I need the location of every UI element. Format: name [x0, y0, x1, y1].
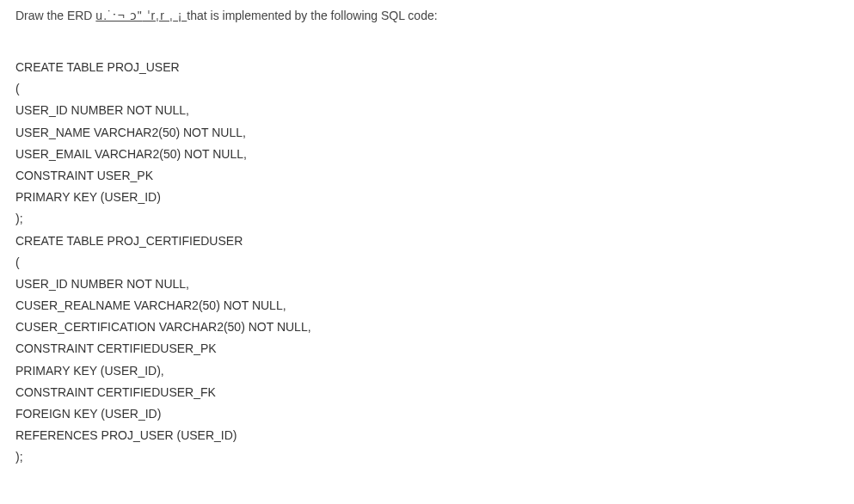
code-line: CONSTRAINT CERTIFIEDUSER_PK — [15, 338, 839, 360]
code-line: ( — [15, 252, 839, 274]
code-line: CUSER_REALNAME VARCHAR2(50) NOT NULL, — [15, 295, 839, 317]
code-line: USER_EMAIL VARCHAR2(50) NOT NULL, — [15, 144, 839, 165]
code-line: PRIMARY KEY (USER_ID) — [15, 187, 839, 208]
code-line: FOREIGN KEY (USER_ID) — [15, 403, 839, 425]
question-garbled-1: u.˙ˑ¬ ɔ" — [95, 9, 142, 22]
code-line: REFERENCES PROJ_USER (USER_ID) — [15, 425, 839, 446]
code-line: CREATE TABLE PROJ_CERTIFIEDUSER — [15, 230, 839, 252]
code-line: USER_NAME VARCHAR2(50) NOT NULL, — [15, 122, 839, 144]
code-line: CUSER_CERTIFICATION VARCHAR2(50) NOT NUL… — [15, 317, 839, 338]
code-line: USER_ID NUMBER NOT NULL, — [15, 274, 839, 295]
question-garbled-2: ˈrˌr ˌ — [143, 9, 174, 22]
question-text-part2: that is implemented by the following SQL… — [187, 9, 437, 22]
question-prompt: Draw the ERD u.˙ˑ¬ ɔ" ˈrˌr ˌ ¡ that is i… — [15, 9, 839, 22]
code-line: ); — [15, 446, 839, 468]
code-line: USER_ID NUMBER NOT NULL, — [15, 100, 839, 121]
code-line: ( — [15, 78, 839, 100]
code-line: PRIMARY KEY (USER_ID), — [15, 360, 839, 382]
question-text-part1: Draw the ERD — [15, 9, 95, 22]
code-line: CONSTRAINT CERTIFIEDUSER_FK — [15, 382, 839, 403]
code-line: CREATE TABLE PROJ_USER — [15, 57, 839, 78]
code-line: CONSTRAINT USER_PK — [15, 165, 839, 187]
code-line: ); — [15, 208, 839, 230]
question-garbled-3: ¡ — [174, 9, 187, 22]
sql-code-block: CREATE TABLE PROJ_USER ( USER_ID NUMBER … — [15, 57, 839, 469]
